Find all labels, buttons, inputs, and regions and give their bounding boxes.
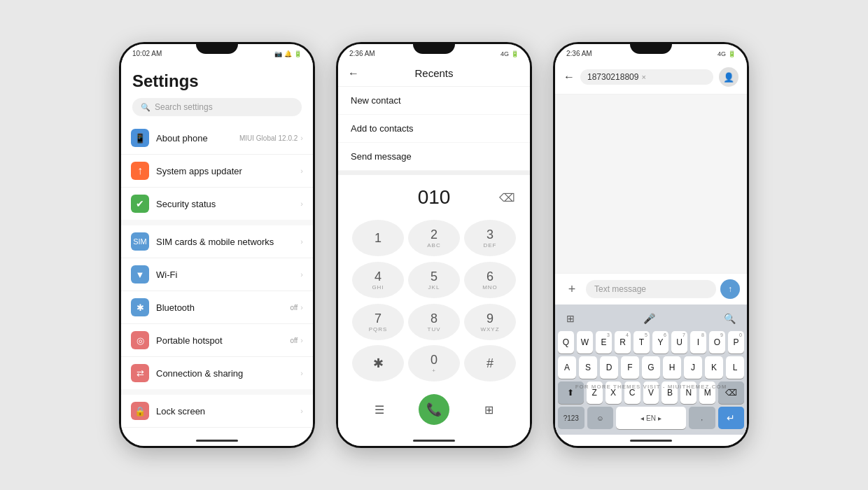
hotspot-status: off	[290, 337, 298, 344]
enter-key[interactable]: ↵	[718, 407, 745, 429]
dial-3[interactable]: 3DEF	[464, 220, 516, 256]
dialpad-button[interactable]: ⊞	[473, 394, 504, 425]
chevron-icon: ›	[300, 167, 303, 175]
dial-4[interactable]: 4GHI	[352, 262, 404, 298]
bluetooth-icon: ✱	[131, 298, 149, 316]
dial-2[interactable]: 2ABC	[408, 220, 460, 256]
keyboard-row-1: Q W E3 R4 T5 Y6 U7 I8 O9 P0	[558, 331, 744, 354]
key-e[interactable]: E3	[596, 331, 612, 354]
menu-button[interactable]: ☰	[364, 394, 395, 425]
key-k[interactable]: K	[705, 356, 723, 379]
dialer-actions: ☰ 📞 ⊞	[338, 387, 530, 435]
key-i[interactable]: I8	[690, 331, 706, 354]
key-r[interactable]: R4	[615, 331, 631, 354]
security-icon: ✔	[131, 195, 149, 213]
settings-item-security[interactable]: ✔ Security status ›	[121, 188, 313, 220]
status-bar-2: 2:36 AM 4G 🔋	[338, 44, 530, 60]
recents-add-contact[interactable]: Add to contacts	[338, 115, 530, 143]
messaging-header: ← 18730218809 × 👤	[555, 60, 747, 94]
send-button[interactable]: ↑	[720, 279, 740, 299]
call-button[interactable]: 📞	[419, 394, 449, 425]
dial-9[interactable]: 9WXYZ	[464, 304, 516, 340]
recents-send-message[interactable]: Send message	[338, 143, 530, 171]
space-key[interactable]: ◂ EN ▸	[616, 407, 686, 429]
settings-group-1: 📱 About phone MIUI Global 12.0.2 › ↑ Sys…	[121, 122, 313, 220]
dial-8[interactable]: 8TUV	[408, 304, 460, 340]
number-mode-key[interactable]: ?123	[558, 407, 584, 429]
home-indicator-2	[338, 435, 530, 446]
home-indicator-3	[555, 435, 747, 446]
dial-5[interactable]: 5JKL	[408, 262, 460, 298]
settings-item-display[interactable]: ◈ Display ›	[121, 428, 313, 435]
status-icons-3: 4G 🔋	[718, 50, 736, 57]
settings-item-about[interactable]: 📱 About phone MIUI Global 12.0.2 ›	[121, 122, 313, 155]
back-button[interactable]: ←	[564, 71, 575, 83]
remove-recipient-button[interactable]: ×	[641, 73, 645, 81]
key-o[interactable]: O9	[709, 331, 725, 354]
contact-icon[interactable]: 👤	[719, 67, 738, 87]
dialer-title: Recents	[414, 67, 453, 79]
dial-1[interactable]: 1	[352, 220, 404, 256]
delete-button[interactable]: ⌫	[498, 190, 516, 204]
attachment-button[interactable]: +	[562, 279, 582, 299]
mic-button[interactable]: 🎤	[640, 312, 658, 326]
key-y[interactable]: Y6	[652, 331, 668, 354]
message-input-area: + Text message ↑	[555, 273, 747, 304]
dial-hash[interactable]: #	[464, 345, 516, 382]
message-input[interactable]: Text message	[586, 280, 716, 298]
search-keyboard-button[interactable]: 🔍	[721, 312, 738, 326]
status-icons-1: 📷 🔔 🔋	[274, 50, 302, 57]
settings-screen: Settings 🔍 Search settings 📱 About phone…	[121, 60, 313, 435]
key-h[interactable]: H	[663, 356, 681, 379]
dial-0[interactable]: 0+	[408, 345, 460, 382]
settings-item-wifi[interactable]: ▼ Wi-Fi ›	[121, 258, 313, 291]
chevron-icon: ›	[300, 336, 303, 344]
dialer-screen: ← Recents New contact Add to contacts Se…	[338, 60, 530, 435]
key-t[interactable]: T5	[634, 331, 650, 354]
back-button[interactable]: ←	[348, 67, 359, 80]
lock-label: Lock screen	[156, 406, 300, 416]
key-w[interactable]: W	[577, 331, 593, 354]
settings-item-sharing[interactable]: ⇄ Connection & sharing ›	[121, 357, 313, 389]
key-u[interactable]: U7	[671, 331, 687, 354]
key-l[interactable]: L	[726, 356, 744, 379]
key-g[interactable]: G	[642, 356, 660, 379]
key-d[interactable]: D	[600, 356, 618, 379]
recents-new-contact[interactable]: New contact	[338, 87, 530, 115]
key-f[interactable]: F	[621, 356, 639, 379]
status-bar-1: 10:02 AM 📷 🔔 🔋	[121, 44, 313, 60]
key-p[interactable]: P0	[728, 331, 744, 354]
status-bar-3: 2:36 AM 4G 🔋	[555, 44, 747, 60]
sticker-button[interactable]: ⊞	[564, 312, 578, 326]
recipient-number: 18730218809	[587, 72, 638, 82]
dial-star[interactable]: ✱	[352, 345, 404, 382]
phone-settings: 10:02 AM 📷 🔔 🔋 Settings 🔍 Search setting…	[119, 42, 315, 448]
security-label: Security status	[156, 199, 300, 209]
key-a[interactable]: A	[558, 356, 576, 379]
settings-item-bluetooth[interactable]: ✱ Bluetooth off ›	[121, 291, 313, 324]
dial-7[interactable]: 7PQRS	[352, 304, 404, 340]
settings-item-updater[interactable]: ↑ System apps updater ›	[121, 155, 313, 188]
emoji-key[interactable]: ☺	[587, 407, 614, 429]
search-bar[interactable]: 🔍 Search settings	[132, 98, 302, 116]
key-j[interactable]: J	[684, 356, 702, 379]
about-icon: 📱	[131, 129, 149, 147]
search-placeholder: Search settings	[155, 102, 213, 112]
settings-item-hotspot[interactable]: ◎ Portable hotspot off ›	[121, 324, 313, 357]
settings-group-3: 🔒 Lock screen › ◈ Display ›	[121, 395, 313, 435]
settings-item-sim[interactable]: SIM SIM cards & mobile networks ›	[121, 225, 313, 258]
key-s[interactable]: S	[579, 356, 597, 379]
bluetooth-status: off	[290, 304, 298, 312]
settings-item-lock[interactable]: 🔒 Lock screen ›	[121, 395, 313, 428]
key-q[interactable]: Q	[558, 331, 574, 354]
time-2: 2:36 AM	[349, 50, 375, 57]
recipient-chip: 18730218809 ×	[580, 69, 713, 85]
about-label: About phone	[156, 133, 239, 144]
conversation-area	[555, 94, 747, 273]
dial-6[interactable]: 6MNO	[464, 262, 516, 298]
dialpad: 1 2ABC 3DEF 4GHI 5JKL 6MNO 7PQRS 8TUV 9W…	[338, 216, 530, 387]
page-title: Settings	[132, 71, 302, 91]
chevron-icon: ›	[300, 407, 303, 415]
sim-icon: SIM	[131, 232, 149, 251]
comma-key[interactable]: ,	[689, 407, 715, 429]
